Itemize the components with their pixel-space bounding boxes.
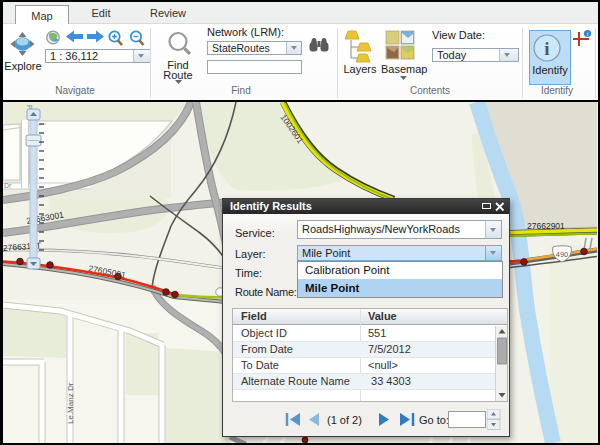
svg-text:Le.Manz Dr: Le.Manz Dr (66, 382, 75, 424)
svg-text:Dr: Dr (4, 182, 12, 189)
svg-text:(1 of 2): (1 of 2) (327, 414, 362, 426)
svg-text:i: i (544, 38, 549, 59)
svg-text:Go to:: Go to: (419, 414, 449, 426)
svg-text:490: 490 (556, 250, 569, 259)
svg-text:27662901: 27662901 (527, 221, 565, 231)
